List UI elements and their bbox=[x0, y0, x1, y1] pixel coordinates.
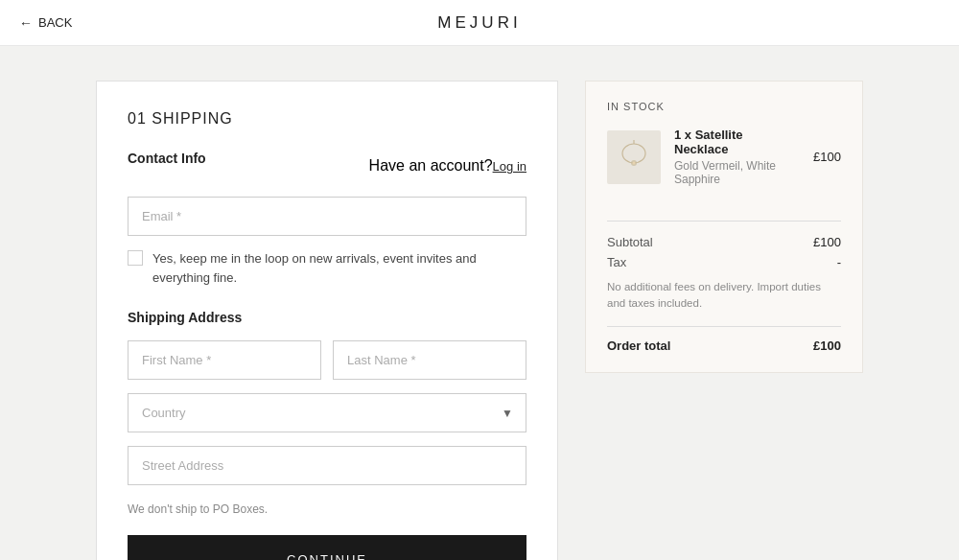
have-account-text: Have an account?Log in bbox=[369, 157, 526, 175]
left-panel: 01 SHIPPING Contact Info Have an account… bbox=[96, 81, 558, 560]
svg-point-3 bbox=[633, 161, 636, 164]
product-price: £100 bbox=[813, 150, 841, 164]
logo: MEJURI bbox=[437, 13, 521, 33]
product-info: 1 x Satellite Necklace Gold Vermeil, Whi… bbox=[674, 128, 800, 186]
tax-value: - bbox=[837, 255, 841, 269]
order-total-row: Order total £100 bbox=[607, 326, 841, 353]
order-card: In Stock 1 x Satellite Necklace Gold Ver… bbox=[585, 81, 863, 373]
totals-section: Subtotal £100 Tax - bbox=[607, 221, 841, 269]
country-select[interactable]: Country United Kingdom United States Can… bbox=[128, 393, 526, 432]
newsletter-row: Yes, keep me in the loop on new arrivals… bbox=[128, 249, 526, 287]
newsletter-checkbox[interactable] bbox=[128, 250, 143, 266]
shipping-address-label: Shipping Address bbox=[128, 310, 526, 325]
section-title: 01 SHIPPING bbox=[128, 110, 526, 128]
in-stock-badge: In Stock bbox=[607, 101, 841, 112]
name-row bbox=[128, 340, 526, 380]
back-label: BACK bbox=[38, 15, 72, 30]
product-variant: Gold Vermeil, White Sapphire bbox=[674, 159, 800, 186]
product-thumbnail bbox=[615, 138, 653, 176]
login-link[interactable]: Log in bbox=[493, 159, 526, 174]
po-note: We don't ship to PO Boxes. bbox=[128, 502, 526, 516]
product-row: 1 x Satellite Necklace Gold Vermeil, Whi… bbox=[607, 128, 841, 201]
tax-label: Tax bbox=[607, 255, 626, 269]
subtotal-value: £100 bbox=[813, 235, 841, 249]
header: ← BACK MEJURI bbox=[0, 0, 959, 46]
product-image bbox=[607, 130, 661, 184]
order-total-value: £100 bbox=[813, 338, 841, 353]
contact-row: Contact Info Have an account?Log in bbox=[128, 151, 526, 181]
country-wrapper: Country United Kingdom United States Can… bbox=[128, 393, 526, 432]
continue-button[interactable]: CONTINUE bbox=[128, 535, 526, 560]
email-field[interactable] bbox=[128, 197, 526, 236]
back-arrow-icon: ← bbox=[19, 16, 33, 30]
fees-note: No additional fees on delivery. Import d… bbox=[607, 279, 841, 313]
subtotal-row: Subtotal £100 bbox=[607, 235, 841, 249]
subtotal-label: Subtotal bbox=[607, 235, 653, 249]
contact-info-label: Contact Info bbox=[128, 151, 206, 166]
tax-row: Tax - bbox=[607, 255, 841, 269]
first-name-field[interactable] bbox=[128, 340, 321, 380]
newsletter-label: Yes, keep me in the loop on new arrivals… bbox=[152, 249, 526, 287]
right-panel: In Stock 1 x Satellite Necklace Gold Ver… bbox=[585, 81, 863, 560]
back-button[interactable]: ← BACK bbox=[19, 15, 72, 30]
last-name-field[interactable] bbox=[333, 340, 526, 380]
order-total-label: Order total bbox=[607, 338, 670, 353]
product-name: 1 x Satellite Necklace bbox=[674, 128, 800, 156]
main-container: 01 SHIPPING Contact Info Have an account… bbox=[0, 46, 959, 560]
street-address-field[interactable] bbox=[128, 446, 526, 485]
